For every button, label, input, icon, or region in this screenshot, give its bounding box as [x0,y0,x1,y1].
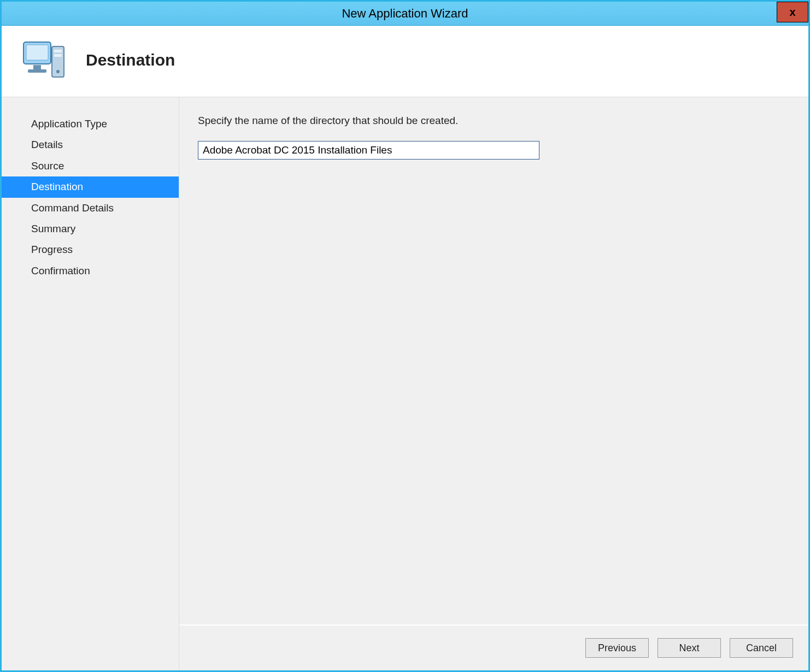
svg-rect-2 [33,65,41,69]
wizard-main: Specify the name of the directory that s… [179,97,808,670]
instruction-text: Specify the name of the directory that s… [198,115,790,127]
wizard-steps-sidebar: Application Type Details Source Destinat… [2,97,179,670]
sidebar-item-progress[interactable]: Progress [2,239,179,260]
wizard-window: New Application Wizard x Destination [0,0,810,672]
sidebar-item-command-details[interactable]: Command Details [2,198,179,219]
titlebar: New Application Wizard x [2,2,808,26]
sidebar-item-label: Confirmation [31,265,90,276]
sidebar-item-label: Command Details [31,202,114,214]
wizard-footer: Previous Next Cancel [179,626,808,670]
next-button[interactable]: Next [658,638,721,658]
sidebar-item-label: Progress [31,244,73,255]
sidebar-item-destination[interactable]: Destination [2,176,179,197]
svg-point-7 [56,70,60,73]
svg-rect-1 [26,45,48,60]
close-button[interactable]: x [777,2,808,22]
cancel-button[interactable]: Cancel [730,638,793,658]
sidebar-item-label: Details [31,139,63,150]
directory-name-input[interactable] [198,141,539,160]
sidebar-item-source[interactable]: Source [2,156,179,176]
wizard-body: Application Type Details Source Destinat… [2,97,808,670]
sidebar-item-summary[interactable]: Summary [2,219,179,239]
sidebar-item-label: Source [31,160,64,172]
svg-rect-3 [28,69,46,73]
sidebar-item-confirmation[interactable]: Confirmation [2,261,179,281]
close-icon: x [789,6,795,19]
sidebar-item-label: Application Type [31,118,107,129]
window-title: New Application Wizard [342,7,468,21]
previous-button[interactable]: Previous [585,638,649,658]
sidebar-item-details[interactable]: Details [2,134,179,155]
wizard-header: Destination [2,26,808,97]
computer-wizard-icon [20,39,67,81]
sidebar-item-label: Destination [31,181,83,192]
sidebar-item-application-type[interactable]: Application Type [2,114,179,134]
svg-rect-5 [54,50,62,52]
svg-rect-6 [54,54,62,57]
page-title: Destination [86,51,175,69]
sidebar-item-label: Summary [31,223,75,234]
wizard-content: Specify the name of the directory that s… [179,97,808,626]
